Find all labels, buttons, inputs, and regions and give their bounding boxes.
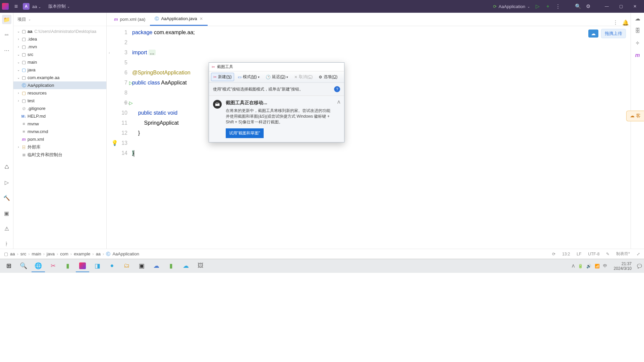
taskbar-app5[interactable]: ▮ — [164, 260, 178, 272]
vcs-menu[interactable]: 版本控制 ⌄ — [48, 3, 70, 9]
snip-try-button[interactable]: 试用"截图和草图" — [226, 128, 264, 138]
project-tool-button[interactable]: 📁 — [2, 15, 11, 24]
tray-battery-icon[interactable]: 🔋 — [578, 264, 583, 268]
crumb[interactable]: example — [74, 251, 90, 256]
tree-folder-test[interactable]: ›▢test — [13, 97, 106, 105]
tree-folder-mvn[interactable]: ›▢.mvn — [13, 43, 106, 51]
tab-pom[interactable]: mpom.xml (aa) — [109, 12, 150, 26]
tray-ime[interactable]: 中 — [603, 263, 607, 269]
status-lock-icon[interactable]: ⤢ — [637, 252, 640, 256]
tool-terminal[interactable]: ▣ — [2, 208, 11, 218]
tool-build[interactable]: 🔨 — [2, 193, 11, 202]
tree-file-pom[interactable]: mpom.xml — [13, 135, 106, 143]
taskbar-app2[interactable]: ◨ — [91, 260, 104, 272]
crumb[interactable]: src — [20, 251, 26, 256]
tree-class-aaapplication[interactable]: ⒸAaApplication — [13, 81, 106, 89]
close-tab-icon[interactable]: ✕ — [200, 16, 203, 21]
start-button[interactable]: ⊞ — [2, 260, 15, 272]
code-body[interactable]: package com.example.aa; import ... @Spri… — [132, 26, 631, 249]
snip-mode-button[interactable]: ▭模式(M) ▾ — [235, 73, 262, 81]
taskbar-intellij[interactable] — [76, 260, 89, 272]
snip-delay-button[interactable]: 🕑延迟(D) ▾ — [263, 73, 291, 81]
ai-suggest-icon[interactable]: ✧⌄ — [123, 98, 131, 108]
settings-button[interactable]: ⚙ — [583, 3, 593, 9]
taskbar-app6[interactable]: ☁ — [179, 260, 193, 272]
crumb[interactable]: aa — [96, 251, 101, 256]
project-switcher[interactable]: aa ⌄ — [32, 4, 41, 9]
tool-maven[interactable]: m — [635, 52, 640, 58]
tree-folder-main[interactable]: ⌄▢main — [13, 58, 106, 66]
taskbar-search[interactable]: 🔍 — [17, 260, 30, 272]
more-tool-button[interactable]: ⋯ — [2, 46, 11, 55]
fold-icon[interactable]: › — [109, 48, 110, 58]
structure-tool-button[interactable]: ▫▫ — [2, 30, 11, 40]
tree-file-mvnwcmd[interactable]: ≡mvnw.cmd — [13, 128, 106, 135]
help-icon[interactable]: ? — [334, 86, 340, 92]
tray-chevron-icon[interactable]: ᐱ — [572, 264, 575, 268]
tree-file-gitignore[interactable]: ⊘.gitignore — [13, 105, 106, 112]
tray-clock[interactable]: 21:372024/3/10 — [614, 261, 632, 271]
tray-volume-icon[interactable]: 🔊 — [586, 264, 591, 268]
status-indent[interactable]: 制表符* — [616, 251, 630, 257]
taskbar-app7[interactable]: 🖼 — [194, 260, 207, 272]
status-encoding[interactable]: UTF-8 — [588, 252, 599, 256]
taskbar-app3[interactable]: ● — [105, 260, 119, 272]
tab-aaapplication[interactable]: ⒸAaApplication.java✕ — [150, 12, 208, 26]
tool-cloud[interactable]: ☁ — [635, 15, 640, 22]
tree-external-libs[interactable]: ›⌸外部库 — [13, 143, 106, 151]
tree-folder-src[interactable]: ⌄▢src — [13, 51, 106, 58]
status-caret-pos[interactable]: 13:2 — [562, 252, 570, 256]
main-menu-button[interactable]: ≡ — [11, 3, 21, 10]
crumb[interactable]: java — [47, 251, 55, 256]
crumb[interactable]: main — [32, 251, 41, 256]
tree-file-mvnw[interactable]: ≡mvnw — [13, 120, 106, 128]
snip-options-button[interactable]: ⚙选项(O) — [316, 73, 340, 81]
status-readonly-icon[interactable]: ✎ — [606, 252, 609, 256]
tree-folder-java[interactable]: ⌄▢java — [13, 66, 106, 74]
snip-titlebar[interactable]: ✂ 截图工具 — [209, 63, 344, 71]
taskbar-app4[interactable]: ☁ — [150, 260, 163, 272]
tree-package[interactable]: ⌄▢com.example.aa — [13, 74, 106, 81]
taskbar-files[interactable]: 🗂 — [120, 260, 133, 272]
taskbar-edge[interactable]: 🌐 — [32, 260, 45, 272]
tray-wifi-icon[interactable]: 📶 — [595, 264, 600, 268]
maximize-button[interactable]: ▢ — [614, 4, 628, 9]
debug-button[interactable]: ⌖ — [543, 3, 553, 9]
taskbar-app1[interactable]: ▮ — [61, 260, 74, 272]
project-badge[interactable]: A — [23, 3, 30, 10]
search-everywhere-button[interactable]: 🔍 — [573, 3, 583, 9]
status-line-sep[interactable]: LF — [577, 252, 581, 256]
notifications-button[interactable]: 🔔 — [621, 19, 631, 26]
run-configuration-selector[interactable]: ⟳ AaApplication ⌄ — [493, 4, 530, 9]
status-indexing-icon[interactable]: ⟳ — [552, 252, 555, 256]
tree-folder-resources[interactable]: ›▢resources — [13, 89, 106, 97]
snipping-tool-window[interactable]: ✂ 截图工具 ✂新建(N) ▭模式(M) ▾ 🕑延迟(D) ▾ ✕取消(C) ⚙… — [209, 62, 344, 142]
taskbar-terminal[interactable]: ▣ — [135, 260, 148, 272]
tool-run[interactable]: ▷ — [2, 178, 11, 187]
side-promo-tab[interactable]: ☁ 客 — [626, 111, 644, 121]
tree-scratches[interactable]: ≣临时文件和控制台 — [13, 151, 106, 159]
project-panel-header[interactable]: 项目⌄ — [13, 13, 106, 26]
snip-new-button[interactable]: ✂新建(N) — [211, 73, 234, 81]
minimize-button[interactable]: — — [600, 4, 614, 9]
tree-folder-idea[interactable]: ›▢.idea — [13, 35, 106, 43]
tray-action-center-icon[interactable]: 💬 — [637, 264, 642, 268]
run-button[interactable]: ▷ — [533, 3, 543, 9]
close-button[interactable]: ✕ — [628, 4, 642, 9]
more-actions-button[interactable]: ⋮ — [553, 3, 563, 9]
system-tray[interactable]: ᐱ 🔋 🔊 📶 中 21:372024/3/10 💬 — [572, 261, 642, 271]
lightbulb-icon[interactable]: 💡 — [111, 138, 118, 148]
tree-file-help[interactable]: M↓HELP.md — [13, 112, 106, 120]
crumb[interactable]: aa — [10, 251, 15, 256]
tabs-more-button[interactable]: ⋮ — [610, 19, 621, 26]
taskbar-snip[interactable]: ✂ — [46, 260, 60, 272]
tool-git[interactable]: ᛓ — [2, 239, 11, 249]
tool-ai[interactable]: ✧ — [635, 40, 640, 46]
tool-database[interactable]: 🗄 — [635, 28, 640, 34]
tool-problems[interactable]: ⚠ — [2, 224, 11, 233]
tree-root[interactable]: ⌄▢aaC:\Users\Administrator\Desktop\aa — [13, 27, 106, 35]
crumb[interactable]: com — [60, 251, 68, 256]
code-editor[interactable]: 1 2 ›3 5 6 7▷ 8 9▷ 10 11 12 13 14 packag… — [107, 26, 631, 249]
tool-services[interactable]: ♺ — [2, 162, 11, 172]
crumb[interactable]: AaApplication — [112, 251, 139, 256]
